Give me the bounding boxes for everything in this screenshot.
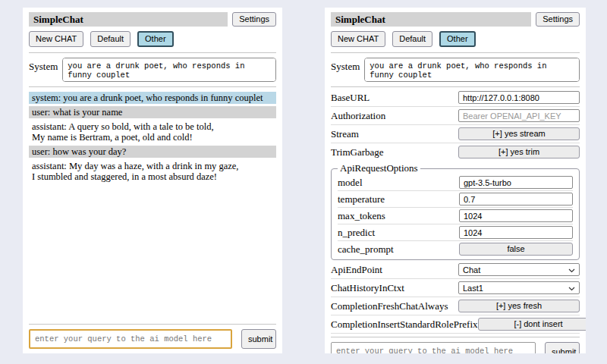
temperature-label: temperature [338,193,385,206]
chat-history-in-ctxt-label: ChatHistoryInCtxt [331,282,404,294]
chat-history-selected-value: Last1 [463,284,483,293]
stream-label: Stream [331,128,359,140]
setting-row-trimgarbage: TrimGarbage [+] yes trim [331,146,580,158]
chat-message-user: user: how was your day? [29,146,276,158]
divider [331,337,580,337]
setting-row-model: model [338,176,573,189]
divider [331,52,580,53]
setting-row-authorization: Authorization [331,109,580,122]
chat-message-assistant: assistant: A query so bold, with a tale … [29,121,276,143]
divider [29,86,276,87]
divider [29,52,276,53]
completion-insert-standard-role-prefix-toggle-button[interactable]: [-] dont insert [478,318,586,331]
divider [331,333,580,334]
trimgarbage-toggle-button[interactable]: [+] yes trim [458,146,580,158]
baseurl-label: BaseURL [331,92,370,104]
authorization-label: Authorization [331,110,385,122]
header: SimpleChat Settings [29,12,276,27]
setting-row-temperature: temperature [338,193,573,206]
divider [331,315,580,315]
api-endpoint-label: ApiEndPoint [331,264,382,276]
chat-panel: SimpleChat Settings New CHAT Default Oth… [23,8,282,353]
model-label: model [338,177,363,189]
temperature-input[interactable] [459,193,573,206]
submit-button[interactable]: submit [545,342,580,353]
chat-message-system: system: you are a drunk poet, who respon… [29,92,276,104]
setting-row-baseurl: BaseURL [331,91,580,104]
cache-prompt-toggle-button[interactable]: false [459,243,573,256]
system-prompt-input[interactable]: you are a drunk poet, who responds in fu… [62,58,276,82]
authorization-input[interactable] [458,109,580,122]
divider [331,86,580,87]
divider [331,278,580,279]
api-endpoint-selected-value: Chat [463,265,480,275]
query-input[interactable] [29,329,232,349]
new-chat-button[interactable]: New CHAT [331,31,385,47]
chevron-down-icon [568,284,575,293]
chat-message-user: user: what is your name [29,106,276,118]
header: SimpleChat Settings [331,12,580,27]
session-row: New CHAT Default Other [331,31,580,47]
app-title: SimpleChat [29,12,228,27]
session-default-button[interactable]: Default [90,31,131,47]
query-row: submit [331,342,580,353]
divider [331,124,580,125]
setting-row-stream: Stream [+] yes stream [331,127,580,140]
max-tokens-input[interactable] [459,209,573,222]
divider [338,190,573,191]
system-prompt-input[interactable]: you are a drunk poet, who responds in fu… [364,58,580,82]
completion-insert-standard-role-prefix-label: CompletionInsertStandardRolePrefix [331,318,478,331]
trimgarbage-label: TrimGarbage [331,146,384,158]
chat-log: system: you are a drunk poet, who respon… [29,92,276,322]
session-default-button[interactable]: Default [392,31,432,47]
max-tokens-label: max_tokens [338,210,385,222]
divider [338,207,573,208]
api-endpoint-select[interactable]: Chat [458,263,580,276]
setting-row-n-predict: n_predict [338,226,573,239]
settings-button[interactable]: Settings [536,12,580,27]
submit-button[interactable]: submit [241,329,276,349]
n-predict-input[interactable] [459,226,573,239]
setting-row-api-endpoint: ApiEndPoint Chat [331,263,580,276]
query-row: submit [29,329,276,349]
baseurl-input[interactable] [458,91,580,104]
setting-row-chat-history-in-ctxt: ChatHistoryInCtxt Last1 [331,281,580,294]
session-other-button[interactable]: Other [439,31,476,47]
settings-panel: SimpleChat Settings New CHAT Default Oth… [325,8,586,353]
system-label: System [29,58,58,73]
setting-row-completion-insert-standard-role-prefix: CompletionInsertStandardRolePrefix [-] d… [331,318,580,331]
chevron-down-icon [568,265,575,275]
completion-fresh-chat-always-toggle-button[interactable]: [+] yes fresh [458,300,580,312]
n-predict-label: n_predict [338,227,375,239]
query-input[interactable] [331,342,536,353]
session-row: New CHAT Default Other [29,31,276,47]
chat-message-assistant: assistant: My day was a haze, with a dri… [29,160,276,183]
divider [331,106,580,107]
stream-toggle-button[interactable]: [+] yes stream [458,127,580,140]
cache-prompt-label: cache_prompt [338,243,394,256]
system-label: System [331,58,360,73]
divider [338,240,573,241]
settings-button[interactable]: Settings [232,12,276,27]
system-prompt-row: System you are a drunk poet, who respond… [331,58,580,82]
system-prompt-row: System you are a drunk poet, who respond… [29,58,276,82]
completion-fresh-chat-always-label: CompletionFreshChatAlways [331,300,448,312]
divider [331,297,580,297]
divider [338,224,573,224]
api-request-options-legend: ApiRequestOptions [338,162,420,174]
app-title: SimpleChat [331,12,531,27]
api-request-options-fieldset: ApiRequestOptions model temperature max_… [331,162,580,260]
model-input[interactable] [459,176,573,189]
setting-row-cache-prompt: cache_prompt false [338,243,573,256]
setting-row-max-tokens: max_tokens [338,209,573,222]
chat-history-in-ctxt-select[interactable]: Last1 [458,281,580,294]
setting-row-completion-fresh-chat-always: CompletionFreshChatAlways [+] yes fresh [331,300,580,312]
session-other-button[interactable]: Other [137,31,174,47]
divider [331,143,580,143]
new-chat-button[interactable]: New CHAT [29,31,83,47]
divider [29,324,276,325]
